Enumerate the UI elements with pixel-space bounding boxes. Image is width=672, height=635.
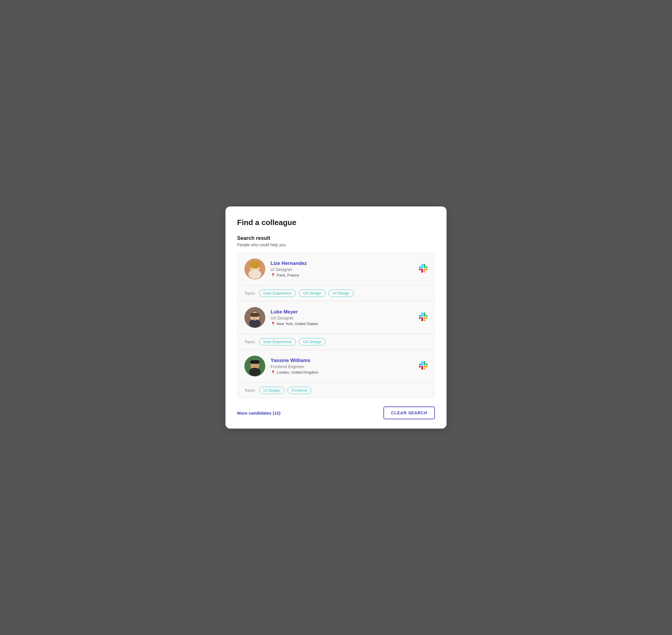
person-info: Yassine Williams Frontend Engineer 📍 Lon…: [271, 358, 414, 375]
person-name: Yassine Williams: [271, 358, 414, 364]
slack-icon[interactable]: [419, 312, 428, 323]
person-block: Luke Meyer UX Designer 📍 New York, Unite…: [237, 301, 435, 349]
person-name: Luke Meyer: [271, 309, 414, 315]
topics-row: Topics User ExperienceUX Design: [237, 334, 435, 349]
footer: More candidates (12) CLEAR SEARCH: [237, 407, 435, 419]
topics-label: Topics: [244, 340, 255, 344]
person-row: Yassine Williams Frontend Engineer 📍 Lon…: [237, 350, 435, 382]
person-role: Frontend Engineer: [271, 364, 414, 369]
slack-icon[interactable]: [419, 361, 428, 371]
person-location: 📍 New York, United Stated: [271, 322, 414, 326]
more-candidates-link[interactable]: More candidates (12): [237, 411, 280, 415]
topic-tag[interactable]: User Experience: [259, 290, 296, 297]
svg-rect-14: [250, 360, 259, 364]
topics-label: Topics: [244, 291, 255, 295]
svg-point-2: [248, 269, 261, 279]
topics-row: Topics User ExperienceUX DesignUI Design: [237, 285, 435, 301]
topic-tag[interactable]: Frontend: [288, 387, 311, 394]
location-text: Paris, France: [277, 273, 299, 277]
slack-icon[interactable]: [419, 264, 428, 274]
topics-label: Topics: [244, 388, 255, 393]
person-block: Yassine Williams Frontend Engineer 📍 Lon…: [237, 350, 435, 398]
topic-tag[interactable]: User Experience: [259, 338, 296, 345]
modal: Find a colleague Search result People wh…: [226, 206, 446, 429]
avatar: [244, 259, 265, 279]
svg-point-5: [255, 261, 259, 267]
person-block: Lize Hernandez UI Designer 📍 Paris, Fran…: [237, 253, 435, 301]
svg-rect-9: [250, 313, 259, 317]
results-list: Lize Hernandez UI Designer 📍 Paris, Fran…: [237, 253, 435, 398]
svg-point-8: [249, 319, 261, 327]
person-row: Lize Hernandez UI Designer 📍 Paris, Fran…: [237, 253, 435, 285]
person-row: Luke Meyer UX Designer 📍 New York, Unite…: [237, 301, 435, 334]
avatar: [244, 356, 265, 376]
topic-tag[interactable]: UX Design: [299, 290, 326, 297]
svg-point-13: [249, 368, 261, 376]
svg-point-10: [253, 318, 257, 321]
search-result-heading: Search result: [237, 235, 435, 241]
location-icon: 📍: [271, 273, 275, 278]
page-title: Find a colleague: [237, 218, 435, 227]
person-location: 📍 Paris, France: [271, 273, 414, 278]
person-info: Lize Hernandez UI Designer 📍 Paris, Fran…: [271, 261, 414, 278]
svg-point-4: [250, 261, 255, 267]
person-location: 📍 London, United Kingdom: [271, 370, 414, 375]
location-text: London, United Kingdom: [277, 370, 318, 374]
topics-row: Topics UI DesignFrontend: [237, 382, 435, 398]
search-result-subtitle: People who could help you: [237, 242, 435, 247]
topic-tag[interactable]: UX Design: [299, 338, 326, 345]
location-icon: 📍: [271, 322, 275, 326]
clear-search-button[interactable]: CLEAR SEARCH: [383, 407, 435, 419]
person-name: Lize Hernandez: [271, 261, 414, 266]
person-role: UX Designer: [271, 316, 414, 321]
location-text: New York, United Stated: [277, 322, 318, 326]
topic-tag[interactable]: UI Design: [329, 290, 354, 297]
location-icon: 📍: [271, 370, 275, 375]
person-role: UI Designer: [271, 267, 414, 272]
avatar: [244, 307, 265, 328]
person-info: Luke Meyer UX Designer 📍 New York, Unite…: [271, 309, 414, 326]
topic-tag[interactable]: UI Design: [259, 387, 285, 394]
